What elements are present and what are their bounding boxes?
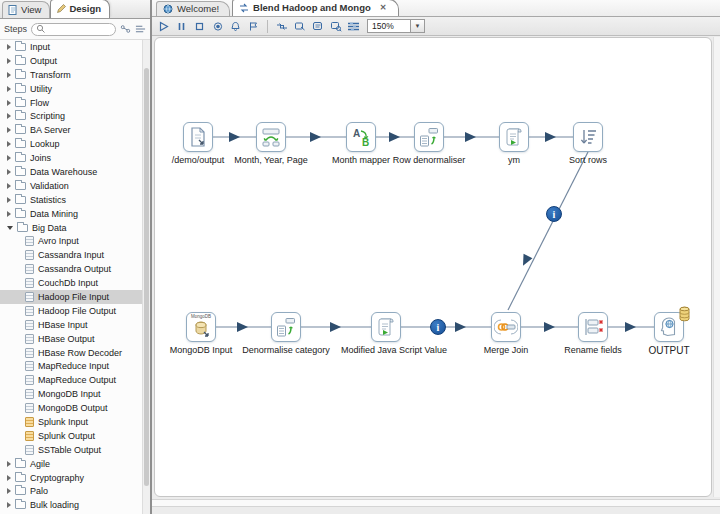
sidebar-folder-cryptography[interactable]: Cryptography — [0, 471, 142, 485]
hop-info-badge[interactable]: i — [546, 206, 562, 222]
show-results-grid-button[interactable] — [346, 19, 361, 34]
sidebar-item-hbase-input[interactable]: HBase Input — [0, 318, 142, 332]
verify-transformation-button[interactable] — [274, 19, 289, 34]
sidebar-item-splunk-input[interactable]: Splunk Input — [0, 415, 142, 429]
list-view-icon[interactable] — [135, 24, 146, 34]
step-node-mongodb-input[interactable]: MongoDB MongoDB Input — [156, 312, 246, 355]
sidebar-item-cassandra-output[interactable]: Cassandra Output — [0, 262, 142, 276]
row-denormaliser-icon[interactable] — [271, 312, 301, 342]
hop-info-badge[interactable]: i — [430, 319, 446, 335]
show-connected-steps-icon[interactable] — [120, 24, 131, 34]
sidebar-folder-agile[interactable]: Agile — [0, 457, 142, 471]
transformation-canvas[interactable]: i i /demo/output Month, Year, Page AB Mo… — [154, 37, 712, 497]
zoom-dropdown-button[interactable]: ▼ — [411, 19, 425, 33]
step-icon — [25, 431, 34, 441]
chevron-right-icon — [7, 100, 11, 106]
hadoop-file-input-icon[interactable] — [183, 122, 213, 152]
step-icon — [25, 236, 34, 246]
steps-header: Steps — [0, 19, 150, 40]
tab-transformation[interactable]: Blend Hadoop and Mongo ✕ — [232, 0, 399, 16]
sidebar-item-splunk-output[interactable]: Splunk Output — [0, 429, 142, 443]
row-denormaliser-icon[interactable] — [414, 122, 444, 152]
step-icon — [25, 348, 34, 358]
sidebar-folder-input[interactable]: Input — [0, 40, 142, 54]
impact-analysis-button[interactable] — [292, 19, 307, 34]
sidebar-item-couchdb-input[interactable]: CouchDb Input — [0, 276, 142, 290]
value-mapper-icon[interactable]: AB — [346, 122, 376, 152]
tab-view[interactable]: View — [2, 1, 50, 18]
tab-view-label: View — [21, 4, 41, 15]
close-tab-icon[interactable]: ✕ — [378, 2, 389, 13]
step-icon — [25, 334, 34, 344]
sidebar-item-hbase-row-decoder[interactable]: HBase Row Decoder — [0, 346, 142, 360]
sidebar-folder-bulk-loading[interactable]: Bulk loading — [0, 498, 142, 512]
canvas-vertical-scrollbar[interactable] — [713, 37, 720, 497]
zoom-level-input[interactable]: 150% — [367, 19, 411, 33]
sidebar-folder-output[interactable]: Output — [0, 54, 142, 68]
mongodb-input-icon[interactable]: MongoDB — [186, 312, 216, 342]
step-node-output[interactable]: OUTPUT — [624, 312, 714, 356]
scrollbar-thumb[interactable] — [144, 68, 149, 485]
step-node-merge-join[interactable]: Merge Join — [461, 312, 551, 355]
tab-welcome[interactable]: Welcome! — [156, 1, 230, 16]
javascript-scroll-icon[interactable] — [499, 122, 529, 152]
sidebar-folder-ba-server[interactable]: BA Server — [0, 123, 142, 137]
sort-rows-icon[interactable] — [573, 122, 603, 152]
sidebar-item-mapreduce-input[interactable]: MapReduce Input — [0, 359, 142, 373]
sidebar-item-mongodb-output[interactable]: MongoDB Output — [0, 401, 142, 415]
sidebar-folder-scripting[interactable]: Scripting — [0, 109, 142, 123]
sidebar-folder-data-warehouse[interactable]: Data Warehouse — [0, 165, 142, 179]
step-icon — [25, 445, 34, 455]
tab-design[interactable]: Design — [50, 0, 110, 18]
sidebar-folder-utility[interactable]: Utility — [0, 82, 142, 96]
sidebar-item-hadoop-file-output[interactable]: Hadoop File Output — [0, 304, 142, 318]
debug-bell-button[interactable] — [228, 19, 243, 34]
merge-join-icon[interactable] — [491, 312, 521, 342]
sidebar-folder-transform[interactable]: Transform — [0, 68, 142, 82]
steps-search-input[interactable] — [31, 23, 116, 36]
sidebar-folder-joins[interactable]: Joins — [0, 151, 142, 165]
stop-button[interactable] — [192, 19, 207, 34]
analytics-output-icon[interactable] — [654, 312, 684, 342]
sidebar-item-hbase-output[interactable]: HBase Output — [0, 332, 142, 346]
tab-welcome-label: Welcome! — [177, 3, 219, 14]
replay-flag-button[interactable] — [246, 19, 261, 34]
step-node-sort-rows[interactable]: Sort rows — [543, 122, 633, 165]
sidebar-folder-big-data[interactable]: Big Data — [0, 221, 142, 235]
folder-icon — [15, 182, 26, 190]
sidebar-scrollbar[interactable] — [142, 40, 150, 514]
explore-database-button[interactable] — [328, 19, 343, 34]
select-values-icon[interactable] — [578, 312, 608, 342]
transformation-toolbar: 150% ▼ — [152, 17, 720, 36]
sidebar-item-sstable-output[interactable]: SSTable Output — [0, 443, 142, 457]
preview-eye-button[interactable] — [210, 19, 225, 34]
sidebar-tab-bar: View Design — [0, 0, 150, 19]
sidebar-item-hadoop-file-input[interactable]: Hadoop File Input — [0, 290, 142, 304]
generate-sql-button[interactable] — [310, 19, 325, 34]
step-node-month-year-page[interactable]: Month, Year, Page — [226, 122, 316, 165]
step-node-denormalise-category[interactable]: Denormalise category — [241, 312, 331, 355]
split-fields-icon[interactable] — [256, 122, 286, 152]
chevron-right-icon — [7, 86, 11, 92]
sidebar-folder-flow[interactable]: Flow — [0, 96, 142, 110]
sidebar-item-cassandra-input[interactable]: Cassandra Input — [0, 248, 142, 262]
folder-icon — [15, 196, 26, 204]
sidebar-item-mongodb-input[interactable]: MongoDB Input — [0, 387, 142, 401]
sidebar-folder-lookup[interactable]: Lookup — [0, 137, 142, 151]
sidebar-item-mapreduce-output[interactable]: MapReduce Output — [0, 373, 142, 387]
run-button[interactable] — [156, 19, 171, 34]
sidebar-folder-validation[interactable]: Validation — [0, 179, 142, 193]
chevron-right-icon — [7, 183, 11, 189]
transformation-icon — [239, 3, 249, 13]
canvas-horizontal-scrollbar[interactable] — [152, 499, 720, 507]
javascript-scroll-icon[interactable] — [371, 312, 401, 342]
sidebar-folder-statistics[interactable]: Statistics — [0, 193, 142, 207]
steps-panel-title: Steps — [4, 24, 27, 34]
step-node-modified-javascript[interactable]: Modified Java Script Value — [341, 312, 431, 355]
chevron-down-icon: ▼ — [415, 23, 421, 29]
sidebar-folder-data-mining[interactable]: Data Mining — [0, 207, 142, 221]
step-node-row-denormaliser[interactable]: Row denormaliser — [384, 122, 474, 165]
sidebar-folder-palo[interactable]: Palo — [0, 485, 142, 499]
sidebar-item-avro-input[interactable]: Avro Input — [0, 234, 142, 248]
pause-button[interactable] — [174, 19, 189, 34]
